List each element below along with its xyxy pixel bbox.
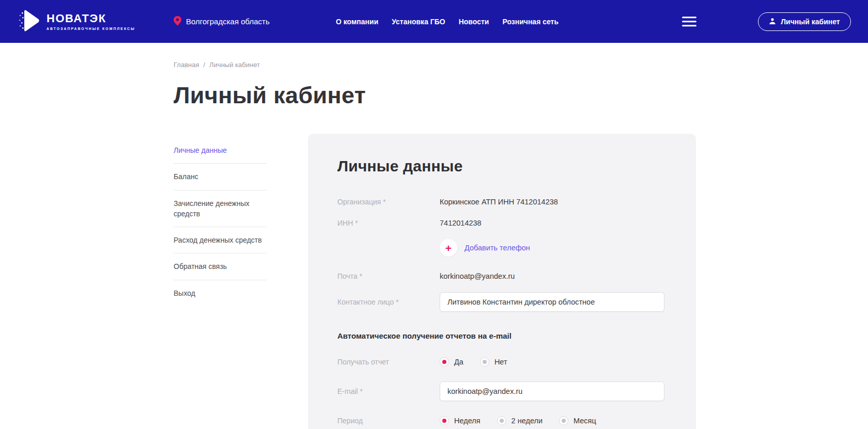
radio-unchecked-icon: [559, 416, 568, 425]
account-button[interactable]: Личный кабинет: [758, 12, 851, 31]
inn-value: 7412014238: [440, 219, 482, 227]
email-row: E-mail *: [337, 382, 665, 401]
organization-value: Коркинское АТП ИНН 7412014238: [440, 198, 558, 206]
nav-link-about[interactable]: О компании: [336, 18, 378, 26]
nav-link-news[interactable]: Новости: [459, 18, 489, 26]
sidebar-item-deposit-funds[interactable]: Зачисление денежных средств: [174, 190, 267, 228]
sidebar-item-feedback[interactable]: Обратная связь: [174, 253, 267, 280]
sidebar-item-personal-data[interactable]: Личные данные: [174, 145, 267, 164]
personal-data-card: Личные данные Организация * Коркинское А…: [308, 134, 696, 429]
period-radio-group: Неделя 2 недели Месяц: [440, 416, 596, 425]
breadcrumb-separator: /: [203, 61, 205, 69]
breadcrumb-home[interactable]: Главная: [174, 61, 199, 69]
add-phone-link[interactable]: Добавить телефон: [464, 244, 530, 252]
breadcrumb-current: Личный кабинет: [209, 61, 260, 69]
hamburger-menu-icon[interactable]: [682, 17, 696, 27]
radio-unchecked-icon: [497, 416, 506, 425]
logo-title: НОВАТЭК: [47, 13, 135, 24]
contact-person-label: Контактное лицо *: [337, 298, 440, 306]
period-option-two-weeks[interactable]: 2 недели: [497, 416, 542, 425]
organization-label: Организация *: [337, 198, 440, 206]
receive-report-option-no[interactable]: Нет: [480, 357, 507, 367]
period-option-week[interactable]: Неделя: [440, 416, 481, 425]
add-phone-row: + Добавить телефон: [337, 239, 665, 257]
account-sidebar: Личные данные Баланс Зачисление денежных…: [174, 145, 267, 306]
nav-link-gbo[interactable]: Установка ГБО: [392, 18, 445, 26]
mail-label: Почта *: [337, 272, 440, 280]
organization-row: Организация * Коркинское АТП ИНН 7412014…: [337, 197, 665, 207]
contact-person-input[interactable]: [440, 292, 664, 312]
email-label: E-mail *: [337, 387, 440, 395]
logo-mark-icon: [18, 9, 40, 35]
user-icon: [769, 18, 776, 26]
inn-label: ИНН *: [337, 219, 440, 227]
logo[interactable]: НОВАТЭК АВТОЗАПРАВОЧНЫЕ КОМПЛЕКСЫ: [18, 9, 135, 35]
receive-report-option-yes[interactable]: Да: [440, 357, 463, 367]
region-label: Волгоградская область: [186, 17, 270, 26]
breadcrumb: Главная / Личный кабинет: [174, 61, 868, 69]
card-heading: Личные данные: [337, 157, 665, 175]
reports-section-heading: Автоматическое получение отчетов на e-ma…: [337, 331, 665, 340]
page-title: Личный кабинет: [174, 82, 868, 109]
email-input[interactable]: [440, 382, 664, 401]
top-navbar: НОВАТЭК АВТОЗАПРАВОЧНЫЕ КОМПЛЕКСЫ Волгог…: [0, 0, 868, 43]
mail-row: Почта * korkinoatp@yandex.ru: [337, 271, 665, 281]
radio-unchecked-icon: [480, 357, 489, 367]
mail-value: korkinoatp@yandex.ru: [440, 272, 515, 280]
contact-person-row: Контактное лицо *: [337, 292, 665, 312]
receive-report-radio-group: Да Нет: [440, 357, 507, 367]
add-phone-plus-icon[interactable]: +: [440, 239, 457, 257]
account-button-label: Личный кабинет: [781, 18, 840, 26]
receive-report-label: Получать отчет: [337, 358, 440, 366]
sidebar-item-logout[interactable]: Выход: [174, 280, 267, 306]
period-row: Период Неделя 2 недели Месяц: [337, 416, 665, 426]
radio-checked-icon: [440, 357, 449, 367]
radio-checked-icon: [440, 416, 449, 425]
location-pin-icon: [174, 16, 181, 27]
inn-row: ИНН * 7412014238: [337, 218, 665, 228]
period-option-month[interactable]: Месяц: [559, 416, 596, 425]
nav-link-retail[interactable]: Розничная сеть: [502, 18, 559, 26]
main-content: Личные данные Баланс Зачисление денежных…: [0, 134, 868, 429]
logo-subtitle: АВТОЗАПРАВОЧНЫЕ КОМПЛЕКСЫ: [47, 27, 135, 30]
period-label: Период: [337, 417, 440, 425]
sidebar-item-spend-funds[interactable]: Расход денежных средств: [174, 227, 267, 253]
main-nav: О компании Установка ГБО Новости Розничн…: [336, 18, 559, 26]
region-selector[interactable]: Волгоградская область: [174, 16, 270, 27]
sidebar-item-balance[interactable]: Баланс: [174, 164, 267, 190]
receive-report-row: Получать отчет Да Нет: [337, 357, 665, 367]
